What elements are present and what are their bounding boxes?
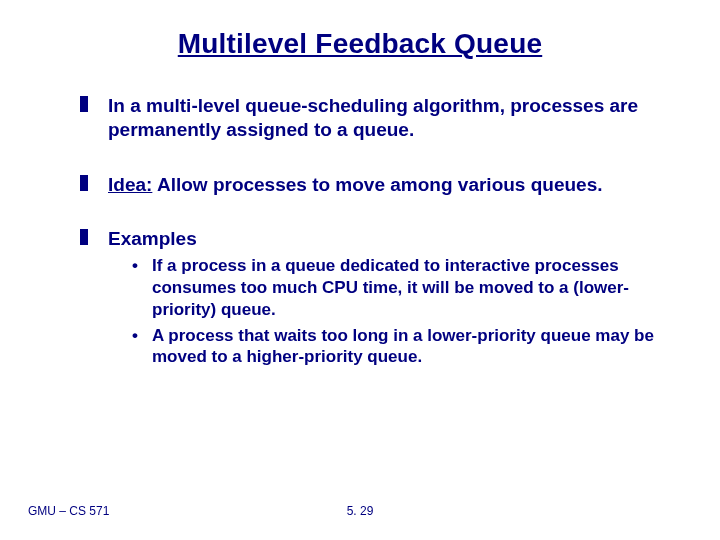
sub-bullet-text: A process that waits too long in a lower… <box>152 326 654 367</box>
footer-left: GMU – CS 571 <box>28 504 109 518</box>
page-title: Multilevel Feedback Queue <box>60 28 660 60</box>
bullet-text: Examples <box>108 228 197 249</box>
bullet-item: In a multi-level queue-scheduling algori… <box>80 94 660 143</box>
sub-bullet-list: If a process in a queue dedicated to int… <box>108 255 660 368</box>
bullet-text: In a multi-level queue-scheduling algori… <box>108 95 638 140</box>
sub-bullet-text: If a process in a queue dedicated to int… <box>152 256 629 319</box>
idea-label: Idea: <box>108 174 152 195</box>
bullet-item: Examples If a process in a queue dedicat… <box>80 227 660 368</box>
footer-page-number: 5. 29 <box>347 504 374 518</box>
sub-bullet-item: If a process in a queue dedicated to int… <box>132 255 660 320</box>
bullet-list: In a multi-level queue-scheduling algori… <box>60 94 660 368</box>
slide: Multilevel Feedback Queue In a multi-lev… <box>0 0 720 540</box>
sub-bullet-item: A process that waits too long in a lower… <box>132 325 660 369</box>
bullet-item: Idea: Allow processes to move among vari… <box>80 173 660 197</box>
bullet-text: Allow processes to move among various qu… <box>152 174 602 195</box>
